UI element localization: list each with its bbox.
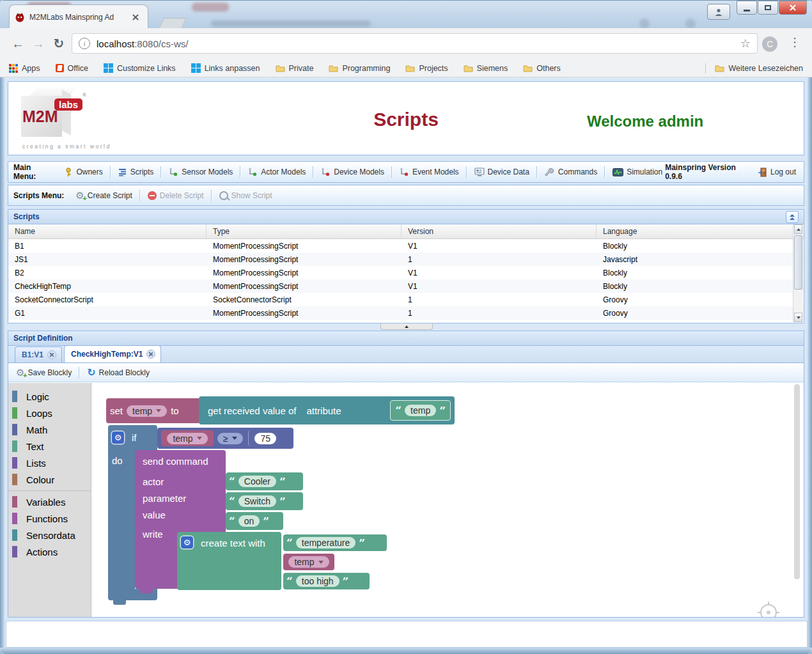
variable-dropdown[interactable]: temp (127, 405, 167, 417)
extension-icon[interactable]: C (762, 36, 777, 52)
menu-item-simulation[interactable]: Simulation (613, 167, 662, 176)
show-script-button[interactable]: Show Script (219, 191, 272, 200)
bookmark-folder-projects[interactable]: Projects (405, 64, 448, 73)
menu-item-event-models[interactable]: Event Models (400, 167, 459, 176)
table-row[interactable]: B2MomentProcessingScriptV1Blockly (8, 266, 804, 279)
blockly-scrollbar[interactable] (794, 384, 800, 579)
column-header-version[interactable]: Version (402, 224, 597, 238)
text-field[interactable]: on (238, 515, 260, 527)
bookmark-folder-private[interactable]: Private (276, 64, 314, 73)
save-blockly-button[interactable]: ⚙+ Save Blockly (16, 368, 72, 377)
toolbox-category-logic[interactable]: Logic (8, 388, 91, 405)
block-number-75[interactable]: 75 (248, 430, 283, 446)
table-row[interactable]: G1MomentProcessingScript1Groovy (8, 306, 804, 320)
menu-item-logout[interactable]: Log out (758, 167, 796, 177)
block-text-too-high[interactable]: “ too high ” (283, 573, 370, 589)
column-header-type[interactable]: Type (207, 224, 402, 238)
block-create-text[interactable]: ⚙ create text with (177, 532, 281, 590)
menu-item-owners[interactable]: Owners (64, 167, 102, 177)
menu-item-scripts[interactable]: Scripts (118, 167, 154, 176)
profile-button[interactable] (707, 4, 730, 20)
mutator-gear-icon[interactable]: ⚙ (181, 536, 193, 549)
column-header-name[interactable]: Name (8, 224, 207, 238)
toolbox-category-variables[interactable]: Variables (8, 494, 91, 510)
table-scrollbar[interactable] (793, 224, 803, 322)
menu-item-device-models[interactable]: Device Models (321, 167, 384, 176)
tab-b1-v1[interactable]: B1:V1 (15, 346, 62, 362)
menu-item-sensor-models[interactable]: Sensor Models (169, 167, 233, 176)
block-if[interactable]: ⚙ if (108, 425, 157, 450)
panel-splitter-handle[interactable] (380, 323, 433, 330)
bookmark-folder-siemens[interactable]: Siemens (464, 64, 508, 73)
block-if-body[interactable]: do (108, 450, 135, 589)
reload-blockly-button[interactable]: ↻ Reload Blockly (87, 366, 150, 378)
table-row[interactable]: JS1MomentProcessingScript1Javascript (8, 253, 804, 266)
bookmark-star-icon[interactable]: ☆ (740, 36, 751, 51)
operator-dropdown[interactable]: ≥ (217, 433, 243, 444)
block-text-attr[interactable]: “ temp ” (390, 400, 451, 421)
variable-dropdown[interactable]: temp (167, 433, 207, 444)
minimize-button[interactable] (737, 1, 757, 15)
tab-close-icon[interactable] (146, 350, 155, 359)
block-variable-temp[interactable]: temp (283, 554, 334, 570)
bookmark-folder-others[interactable]: Others (523, 64, 561, 73)
scrollbar-thumb[interactable] (794, 235, 802, 290)
create-script-button[interactable]: ⚙+ Create Script (75, 191, 132, 200)
block-compare[interactable]: temp ≥ 75 (157, 428, 293, 449)
column-header-language[interactable]: Language (597, 224, 804, 238)
toolbox-category-lists[interactable]: Lists (8, 455, 91, 471)
tab-close-icon[interactable] (47, 350, 56, 359)
table-row[interactable]: SocketConnectorScriptSocketConnectorScri… (8, 293, 804, 306)
block-get-received-value[interactable]: get received value of attribute “ temp ” (199, 396, 455, 424)
toolbox-category-text[interactable]: Text (8, 438, 91, 455)
tab-close-icon[interactable] (132, 13, 139, 21)
toolbox-category-functions[interactable]: Functions (8, 510, 91, 527)
block-text-on[interactable]: “ on ” (226, 512, 283, 530)
menu-item-commands[interactable]: Commands (545, 167, 597, 177)
menu-item-actor-models[interactable]: Actor Models (248, 167, 306, 176)
text-field[interactable]: temperature (296, 537, 355, 549)
mutator-gear-icon[interactable]: ⚙ (112, 432, 124, 444)
block-variable-temp[interactable]: temp (161, 430, 214, 446)
toolbox-category-loops[interactable]: Loops (8, 405, 91, 421)
table-row[interactable]: CheckHighTempMomentProcessingScriptV1Blo… (8, 279, 804, 293)
scroll-down-button[interactable] (794, 313, 802, 322)
page-info-icon[interactable]: i (79, 38, 90, 49)
toolbox-category-math[interactable]: Math (8, 421, 91, 438)
bookmark-links-anpassen[interactable]: Links anpassen (191, 63, 260, 73)
browser-tab[interactable]: M2MLabs Mainspring Ad (9, 4, 148, 29)
text-field[interactable]: Cooler (238, 476, 276, 487)
zoom-reset-crosshair[interactable] (760, 604, 777, 617)
bookmark-customize-links[interactable]: Customize Links (104, 63, 176, 73)
new-tab-button[interactable] (159, 18, 187, 29)
variable-dropdown[interactable]: temp (288, 556, 329, 568)
toolbox-category-sensordata[interactable]: Sensordata (8, 527, 91, 543)
address-bar[interactable]: i localhost :8080/cs-ws/ ☆ (72, 33, 758, 54)
reload-button[interactable]: ↻ (50, 35, 68, 52)
menu-item-device-data[interactable]: Device Data (474, 167, 529, 176)
tab-checkhightemp-v1[interactable]: CheckHighTemp:V1 (64, 345, 161, 362)
maximize-button[interactable] (758, 1, 778, 15)
bookmark-apps[interactable]: Apps (9, 64, 40, 73)
close-button[interactable] (779, 1, 807, 15)
delete-script-button[interactable]: Delete Script (148, 191, 204, 200)
block-text-cooler[interactable]: “ Cooler ” (226, 472, 303, 490)
toolbox-category-actions[interactable]: Actions (8, 543, 91, 560)
block-text-switch[interactable]: “ Switch ” (226, 492, 303, 510)
forward-button[interactable]: → (29, 35, 47, 52)
bookmark-folder-programming[interactable]: Programming (329, 64, 390, 73)
browser-menu-icon[interactable]: ⋮ (789, 35, 800, 49)
text-field[interactable]: Switch (238, 495, 276, 507)
text-field[interactable]: too high (296, 575, 340, 587)
number-field[interactable]: 75 (254, 433, 276, 444)
block-set-variable[interactable]: set temp to (106, 398, 200, 423)
toolbox-category-colour[interactable]: Colour (8, 471, 91, 488)
bookmark-office[interactable]: Office (56, 64, 88, 73)
back-button[interactable]: ← (9, 35, 27, 52)
bookmark-more-bookmarks[interactable]: Weitere Lesezeichen (715, 64, 803, 73)
blockly-canvas[interactable]: set temp to get received value of attrib… (91, 383, 804, 617)
table-row[interactable]: B1MomentProcessingScriptV1Blockly (8, 239, 804, 253)
scroll-up-button[interactable] (794, 224, 802, 234)
collapse-panel-button[interactable] (786, 211, 799, 223)
block-text-temperature[interactable]: “ temperature ” (283, 534, 387, 551)
